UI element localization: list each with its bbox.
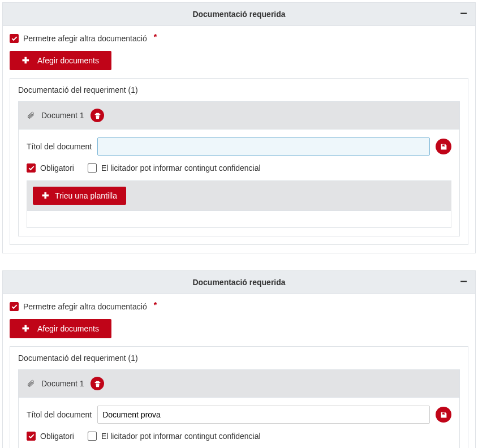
doc-options-row: Obligatori El licitador pot informar con…	[27, 163, 451, 173]
plus-icon: ✚	[22, 324, 29, 334]
document-header: Document 1	[19, 370, 459, 398]
confidential-label: El licitador pot informar contingut conf…	[101, 163, 261, 173]
document-body: Títol del document Obligatori	[19, 398, 459, 448]
doc-options-row: Obligatori El licitador pot informar con…	[27, 432, 451, 441]
requirement-docs-title: Documentació del requeriment (1)	[10, 347, 468, 369]
requirement-docs-subpanel: Documentació del requeriment (1) Documen…	[10, 346, 468, 448]
requirement-docs-title: Documentació del requeriment (1)	[10, 79, 468, 101]
collapse-icon[interactable]: −	[460, 275, 467, 288]
required-docs-panel-2: Documentació requerida − Permetre afegir…	[2, 270, 476, 448]
template-drop-area	[27, 211, 451, 228]
add-documents-button[interactable]: ✚ Afegir documents	[10, 319, 111, 338]
document-label: Document 1	[41, 379, 84, 388]
panel-header[interactable]: Documentació requerida −	[3, 271, 475, 294]
collapse-icon[interactable]: −	[460, 7, 467, 20]
allow-other-docs-label: Permetre afegir altra documentació	[23, 302, 147, 311]
required-indicator: *	[154, 32, 157, 41]
choose-template-button[interactable]: ✚ Trieu una plantilla	[33, 187, 126, 205]
title-field-row: Títol del document	[27, 406, 451, 424]
panel-title: Documentació requerida	[192, 278, 285, 287]
title-field-row: Títol del document	[27, 137, 451, 156]
confidential-label: El licitador pot informar contingut conf…	[101, 432, 261, 441]
delete-document-button[interactable]	[91, 109, 104, 122]
document-box: Document 1 Títol del document	[18, 101, 460, 236]
confidential-group: El licitador pot informar contingut conf…	[88, 432, 261, 441]
document-header: Document 1	[19, 102, 459, 130]
panel-body: Permetre afegir altra documentació * ✚ A…	[3, 294, 475, 448]
save-title-button[interactable]	[436, 139, 451, 154]
add-documents-label: Afegir documents	[37, 56, 99, 65]
allow-other-docs-checkbox[interactable]	[10, 302, 19, 311]
template-bar: ✚ Trieu una plantilla	[27, 180, 451, 211]
attachment-icon	[27, 379, 35, 389]
allow-other-docs-row: Permetre afegir altra documentació *	[10, 34, 468, 43]
attachment-icon	[27, 111, 35, 120]
document-label: Document 1	[41, 111, 84, 120]
plus-icon: ✚	[22, 55, 29, 66]
document-title-input[interactable]	[97, 406, 430, 424]
document-body: Títol del document Obligatori	[19, 130, 459, 236]
add-documents-label: Afegir documents	[37, 324, 99, 333]
obligatory-checkbox[interactable]	[27, 163, 36, 173]
required-indicator: *	[154, 300, 157, 309]
required-docs-panel-1: Documentació requerida − Permetre afegir…	[2, 2, 476, 253]
plus-icon: ✚	[42, 191, 49, 201]
title-field-label: Títol del document	[27, 410, 92, 419]
obligatory-group: Obligatori	[27, 163, 74, 173]
obligatory-label: Obligatori	[40, 163, 74, 173]
confidential-group: El licitador pot informar contingut conf…	[88, 163, 261, 173]
allow-other-docs-checkbox[interactable]	[10, 34, 19, 43]
allow-other-docs-row: Permetre afegir altra documentació *	[10, 302, 468, 311]
document-title-input[interactable]	[97, 137, 430, 156]
document-box: Document 1 Títol del document	[18, 369, 460, 448]
save-title-button[interactable]	[436, 407, 451, 423]
panel-header[interactable]: Documentació requerida −	[3, 3, 475, 26]
requirement-docs-subpanel: Documentació del requeriment (1) Documen…	[10, 78, 468, 245]
panel-title: Documentació requerida	[192, 10, 285, 19]
obligatory-group: Obligatori	[27, 432, 74, 441]
obligatory-checkbox[interactable]	[27, 432, 36, 441]
choose-template-label: Trieu una plantilla	[55, 191, 117, 200]
obligatory-label: Obligatori	[40, 432, 74, 441]
title-field-label: Títol del document	[27, 142, 92, 151]
allow-other-docs-label: Permetre afegir altra documentació	[23, 34, 147, 43]
confidential-checkbox[interactable]	[88, 432, 97, 441]
delete-document-button[interactable]	[91, 377, 104, 390]
add-documents-button[interactable]: ✚ Afegir documents	[10, 51, 111, 70]
confidential-checkbox[interactable]	[88, 163, 97, 173]
panel-body: Permetre afegir altra documentació * ✚ A…	[3, 26, 475, 253]
